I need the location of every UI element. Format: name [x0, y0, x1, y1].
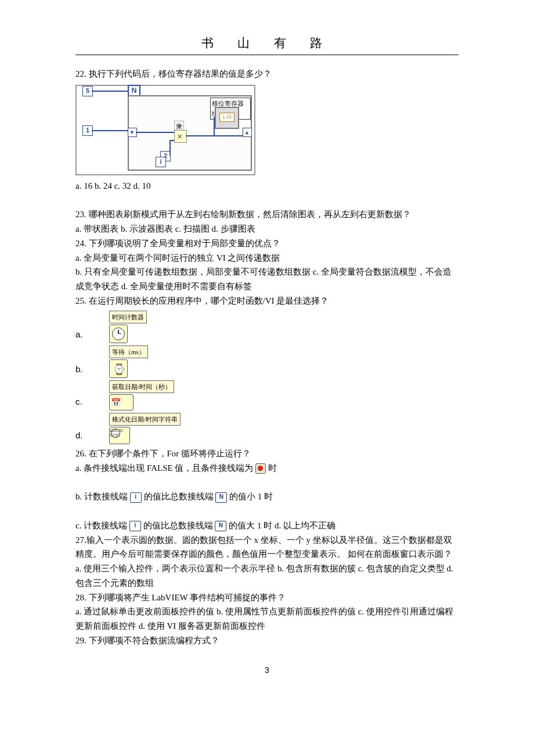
indicator: 1.23	[215, 107, 239, 129]
q26-opt-c: c. 计数接线端 i 的值比总数接线端 N 的值大 1 时 d. 以上均不正确	[75, 519, 459, 533]
q26-prompt: 26. 在下列哪个条件下，For 循环将停止运行？	[75, 447, 459, 461]
q26c-post: 的值大 1 时 d. 以上均不正确	[229, 521, 335, 530]
opt-a-label: a.	[75, 327, 87, 343]
q26-opt-b: b. 计数接线端 i 的值比总数接线端 N 的值小 1 时	[75, 489, 459, 504]
iteration-terminal: i	[156, 157, 166, 167]
q26a-post: 时	[268, 463, 277, 473]
n-terminal-icon: N	[215, 492, 227, 503]
opt-b-label: b.	[75, 362, 87, 378]
q28-prompt: 28. 下列哪项将产生 LabVIEW 事件结构可捕捉的事件？	[75, 591, 459, 605]
opt-d-label: d.	[75, 429, 87, 444]
tick-count-icon	[109, 325, 128, 343]
q28-options: a. 通过鼠标单击更改前面板控件的值 b. 使用属性节点更新前面板控件的值 c.…	[75, 604, 459, 633]
i-terminal-icon: i	[129, 521, 141, 531]
q26-opt-a: a. 条件接线端出现 FALSE 值，且条件接线端为 时	[75, 461, 459, 476]
n-terminal-icon: N	[215, 521, 226, 531]
q23-options: a. 带状图表 b. 示波器图表 c. 扫描图 d. 步骤图表	[75, 222, 459, 236]
get-datetime-label: 获取日期/时间（秒）	[109, 380, 174, 393]
q24-opt-bcd: b. 只有全局变量可传递数组数据，局部变量不可传递数组数据 c. 全局变量符合数…	[75, 265, 459, 294]
q22-options: a. 16 b. 24 c. 32 d. 10	[75, 179, 459, 193]
page-number: 3	[75, 665, 459, 675]
q25-option-c: c. 获取日期/时间（秒）	[75, 380, 459, 411]
format-datetime-inner-text: JAN 01 12:01	[110, 429, 128, 438]
header-rule	[75, 55, 459, 55]
shift-register-right	[243, 128, 252, 137]
q26c-pre: c. 计数接线端	[75, 521, 127, 530]
indicator-value: 1.23	[219, 113, 234, 122]
tick-count-label: 时间计数器	[109, 311, 147, 323]
document-body: 22. 执行下列代码后，移位寄存器结果的值是多少？ 5 1 N 2 i 乘 移位…	[75, 67, 459, 648]
wait-ms-label: 等待（ms）	[109, 345, 148, 358]
get-datetime-icon	[109, 394, 134, 411]
q24-opt-a: a. 全局变量可在两个同时运行的独立 VI 之间传递数据	[75, 251, 459, 265]
q22-diagram: 5 1 N 2 i 乘 移位寄存器结果 1.23	[75, 85, 459, 175]
format-datetime-icon: JAN 01 12:01	[109, 427, 130, 444]
q25-option-a: a. 时间计数器	[75, 311, 459, 343]
format-datetime-label: 格式化日期/时间字符串	[109, 413, 181, 426]
q26c-mid: 的值比总数接线端	[143, 521, 213, 530]
q26b-post: 的值小 1 时	[229, 492, 273, 501]
q25-prompt: 25. 在运行周期较长的应用程序中，哪个定时函数/VI 是最佳选择？	[75, 294, 459, 308]
q26b-mid: 的值比总数接线端	[144, 492, 214, 501]
q24-prompt: 24. 下列哪项说明了全局变量相对于局部变量的优点？	[75, 236, 459, 251]
q22-prompt: 22. 执行下列代码后，移位寄存器结果的值是多少？	[75, 67, 459, 81]
for-loop-structure: 2 i 乘 移位寄存器结果 1.23	[128, 95, 252, 171]
stop-if-true-icon	[255, 463, 266, 474]
q26b-pre: b. 计数接线端	[75, 492, 128, 501]
q25-option-d: d. 格式化日期/时间字符串 JAN 01 12:01	[75, 413, 459, 444]
page-header-title: 书 山 有 路	[75, 35, 459, 51]
multiply-node	[174, 130, 187, 143]
i-terminal-icon: i	[130, 492, 142, 503]
q27-prompt: 27.输入一个表示圆的数据。圆的数据包括一个 x 坐标、一个 y 坐标以及半径值…	[75, 533, 459, 562]
wait-ms-icon	[109, 359, 128, 378]
q26a-pre: a. 条件接线端出现 FALSE 值，且条件接线端为	[75, 463, 253, 473]
q27-options: a. 使用三个输入控件，两个表示位置和一个表示半径 b. 包含所有数据的簇 c.…	[75, 561, 459, 591]
q25-option-b: b. 等待（ms）	[75, 345, 459, 378]
q23-prompt: 23. 哪种图表刷新模式用于从左到右绘制新数据，然后清除图表，再从左到右更新数据…	[75, 207, 459, 222]
opt-c-label: c.	[75, 395, 87, 411]
q29-prompt: 29. 下列哪项不符合数据流编程方式？	[75, 633, 459, 648]
